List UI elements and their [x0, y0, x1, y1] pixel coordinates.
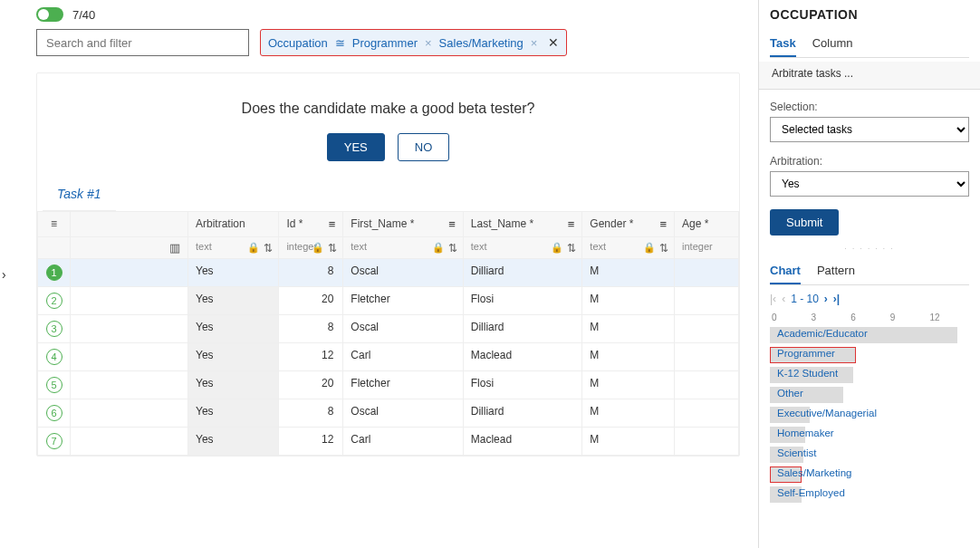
chart-bar[interactable]: Executive/Managerial	[770, 406, 969, 426]
cell-id: 12	[279, 428, 343, 456]
filter-chip[interactable]: Programmer	[352, 36, 418, 50]
row-badge[interactable]: 7	[46, 433, 62, 449]
chart-bar[interactable]: Scientist	[770, 446, 969, 466]
lock-icon: 🔒	[551, 242, 563, 255]
tab-chart[interactable]: Chart	[770, 258, 801, 284]
drag-handle-icon[interactable]: · · · · · · ·	[770, 245, 969, 253]
axis-tick: 0	[772, 312, 812, 322]
cell-arbitration: Yes	[188, 399, 279, 428]
row-badge[interactable]: 2	[46, 293, 62, 309]
menu-icon[interactable]: ≡	[568, 217, 575, 231]
question-text: Does the candidate make a good beta test…	[37, 101, 739, 117]
menu-icon[interactable]: ≡	[329, 217, 336, 231]
table-row[interactable]: 6Yes8OscalDilliardM	[38, 399, 739, 428]
cell-gender: M	[582, 259, 675, 287]
row-count: 7/40	[72, 8, 95, 22]
cell-gender: M	[582, 428, 675, 456]
chart-bar[interactable]: Academic/Educator	[770, 326, 969, 346]
filter-clear-icon[interactable]: ✕	[548, 35, 559, 50]
axis-tick: 6	[850, 312, 890, 322]
cell-arbitration: Yes	[188, 428, 279, 456]
menu-icon[interactable]: ≡	[659, 217, 667, 231]
sort-icon[interactable]: ⇅	[328, 242, 337, 255]
col-first[interactable]: First_Name *	[351, 217, 414, 230]
sidebar-title: OCCUPATION	[770, 7, 969, 22]
table-row[interactable]: 7Yes12CarlMacleadM	[38, 428, 739, 456]
cell-last: Dilliard	[463, 315, 582, 343]
pager-last-icon[interactable]: ›|	[833, 293, 840, 305]
tab-pattern[interactable]: Pattern	[817, 258, 855, 284]
chart-bar[interactable]: Sales/Marketing	[770, 466, 969, 486]
sort-icon[interactable]: ⇅	[567, 242, 576, 255]
col-last[interactable]: Last_Name *	[471, 217, 533, 230]
cell-last: Dilliard	[463, 259, 582, 287]
cell-id: 8	[279, 315, 343, 343]
chart-bar-label: Programmer	[777, 348, 835, 359]
filter-chip[interactable]: Sales/Marketing	[439, 36, 524, 50]
cell-arbitration: Yes	[188, 259, 279, 287]
cell-last: Maclead	[463, 428, 582, 456]
row-badge[interactable]: 3	[46, 321, 62, 337]
tab-task[interactable]: Task	[770, 31, 796, 57]
row-badge[interactable]: 6	[46, 405, 62, 421]
lock-icon: 🔒	[247, 242, 260, 255]
menu-icon[interactable]: ≡	[448, 217, 456, 231]
chart-bar[interactable]: Self-Employed	[770, 486, 969, 505]
cell-last: Flosi	[463, 371, 582, 399]
table-row[interactable]: 4Yes12CarlMacleadM	[38, 343, 739, 371]
row-badge[interactable]: 5	[46, 377, 62, 393]
selection-select[interactable]: Selected tasks	[770, 117, 969, 142]
tab-column[interactable]: Column	[812, 31, 853, 57]
cell-arbitration: Yes	[188, 315, 279, 343]
submit-button[interactable]: Submit	[770, 209, 839, 236]
no-button[interactable]: NO	[398, 133, 450, 161]
chip-remove-icon[interactable]: ×	[425, 36, 432, 50]
chart-bar[interactable]: Programmer	[770, 346, 969, 366]
col-arbitration[interactable]: Arbitration	[196, 217, 245, 230]
yes-button[interactable]: YES	[327, 133, 385, 161]
chart-bar[interactable]: Homemaker	[770, 426, 969, 446]
table-row[interactable]: 3Yes8OscalDilliardM	[38, 315, 739, 343]
lock-icon: 🔒	[643, 242, 656, 255]
row-badge[interactable]: 1	[46, 264, 62, 281]
table-row[interactable]: 1Yes8OscalDilliardM	[38, 259, 739, 287]
cell-first: Carl	[343, 428, 463, 456]
arbitrate-subtext: Arbitrate tasks ...	[759, 62, 980, 90]
sort-icon[interactable]: ⇅	[448, 242, 457, 255]
table-row[interactable]: 5Yes20FletcherFlosiM	[38, 371, 739, 399]
toggle-switch[interactable]	[36, 7, 63, 22]
arbitration-select[interactable]: Yes	[770, 171, 969, 197]
cell-first: Carl	[343, 343, 463, 371]
sort-icon[interactable]: ⇅	[264, 242, 273, 255]
cell-age	[675, 371, 739, 399]
cell-age	[675, 428, 739, 456]
chip-remove-icon[interactable]: ×	[531, 36, 538, 50]
cell-first: Oscal	[343, 259, 463, 287]
chart-bar[interactable]: K-12 Student	[770, 366, 969, 386]
cell-id: 12	[279, 343, 343, 371]
row-badge[interactable]: 4	[46, 349, 62, 365]
col-gender[interactable]: Gender *	[590, 217, 633, 230]
search-input[interactable]	[36, 29, 249, 56]
cell-first: Fletcher	[343, 287, 463, 315]
chart-bar-label: K-12 Student	[777, 368, 838, 379]
arbitration-label: Arbitration:	[770, 155, 969, 168]
pager-first-icon[interactable]: |‹	[770, 293, 776, 305]
expand-chevron-icon[interactable]: ›	[2, 267, 6, 282]
col-id[interactable]: Id *	[286, 217, 303, 230]
cell-arbitration: Yes	[188, 287, 279, 315]
chart-bar[interactable]: Other	[770, 386, 969, 406]
pager-range: 1 - 10	[791, 293, 819, 305]
pager-next-icon[interactable]: ›	[824, 293, 828, 305]
col-age[interactable]: Age *	[682, 217, 708, 230]
pager-prev-icon[interactable]: ‹	[782, 293, 785, 305]
sort-icon[interactable]: ⇅	[659, 242, 668, 255]
data-table: ≡ Arbitration Id *≡ First_Name *≡ Last_N…	[37, 211, 739, 456]
columns-icon[interactable]: ▥	[169, 241, 180, 255]
cell-id: 8	[279, 399, 343, 428]
axis-tick: 12	[929, 312, 969, 322]
cell-age	[675, 287, 739, 315]
cell-age	[675, 343, 739, 371]
table-row[interactable]: 2Yes20FletcherFlosiM	[38, 287, 739, 315]
cell-first: Oscal	[343, 399, 463, 428]
